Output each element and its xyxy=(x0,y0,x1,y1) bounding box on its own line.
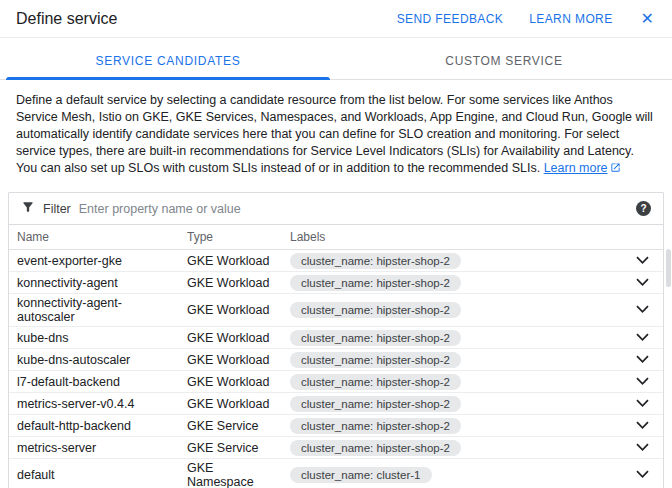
chevron-down-icon[interactable] xyxy=(632,396,653,412)
table-row[interactable]: metrics-server-v0.4.4 GKE Workload clust… xyxy=(9,393,663,415)
cell-labels: cluster_name: hipster-shop-2 xyxy=(282,349,617,371)
filter-bar[interactable]: Filter ? xyxy=(9,193,663,225)
table-row[interactable]: l7-default-backend GKE Workload cluster_… xyxy=(9,371,663,393)
cell-type: GKE Workload xyxy=(179,393,282,415)
cell-name: l7-default-backend xyxy=(9,371,179,393)
table-row[interactable]: default-http-backend GKE Service cluster… xyxy=(9,415,663,437)
candidate-table: Name Type Labels event-exporter-gke GKE … xyxy=(9,225,663,488)
cell-labels: cluster_name: hipster-shop-2 xyxy=(282,393,617,415)
label-chip: cluster_name: hipster-shop-2 xyxy=(290,253,461,269)
table-row[interactable]: kube-dns-autoscaler GKE Workload cluster… xyxy=(9,349,663,371)
cell-name: default-http-backend xyxy=(9,415,179,437)
chevron-down-icon[interactable] xyxy=(632,352,653,368)
header-actions: SEND FEEDBACK LEARN MORE ✕ xyxy=(397,9,656,29)
candidate-table-container: Filter ? Name Type Labels event-exporter… xyxy=(8,192,664,488)
cell-type: GKE Workload xyxy=(179,371,282,393)
cell-name: metrics-server xyxy=(9,437,179,459)
cell-expand xyxy=(617,371,663,393)
cell-expand xyxy=(617,415,663,437)
chevron-down-icon[interactable] xyxy=(632,440,653,456)
label-chip: cluster_name: hipster-shop-2 xyxy=(290,396,461,412)
cell-expand xyxy=(617,349,663,371)
column-header-expand xyxy=(617,225,663,250)
label-chip: cluster_name: cluster-1 xyxy=(290,467,432,483)
cell-type: GKE Workload xyxy=(179,272,282,294)
cell-labels: cluster_name: hipster-shop-2 xyxy=(282,294,617,327)
page-title: Define service xyxy=(16,10,117,28)
chevron-down-icon[interactable] xyxy=(632,275,653,291)
label-chip: cluster_name: hipster-shop-2 xyxy=(290,418,461,434)
cell-name: kube-dns xyxy=(9,327,179,349)
cell-labels: cluster_name: cluster-1 xyxy=(282,459,617,488)
label-chip: cluster_name: hipster-shop-2 xyxy=(290,352,461,368)
cell-type: GKE Service xyxy=(179,415,282,437)
cell-expand xyxy=(617,327,663,349)
cell-name: default xyxy=(9,459,179,488)
cell-labels: cluster_name: hipster-shop-2 xyxy=(282,371,617,393)
chevron-down-icon[interactable] xyxy=(632,467,653,483)
cell-labels: cluster_name: hipster-shop-2 xyxy=(282,327,617,349)
help-icon[interactable]: ? xyxy=(636,201,651,216)
learn-more-link[interactable]: Learn more xyxy=(544,161,608,175)
filter-icon xyxy=(21,200,35,217)
learn-more-button[interactable]: LEARN MORE xyxy=(529,12,612,26)
filter-label: Filter xyxy=(43,202,71,216)
table-row[interactable]: konnectivity-agent-autoscaler GKE Worklo… xyxy=(9,294,663,327)
label-chip: cluster_name: hipster-shop-2 xyxy=(290,330,461,346)
external-link-icon xyxy=(610,161,621,178)
tab-bar: SERVICE CANDIDATES CUSTOM SERVICE xyxy=(0,42,672,80)
cell-expand xyxy=(617,272,663,294)
send-feedback-button[interactable]: SEND FEEDBACK xyxy=(397,12,504,26)
cell-name: metrics-server-v0.4.4 xyxy=(9,393,179,415)
cell-name: kube-dns-autoscaler xyxy=(9,349,179,371)
chevron-down-icon[interactable] xyxy=(632,302,653,318)
column-header-name: Name xyxy=(9,225,179,250)
cell-expand xyxy=(617,294,663,327)
label-chip: cluster_name: hipster-shop-2 xyxy=(290,302,461,318)
cell-type: GKE Workload xyxy=(179,327,282,349)
scrollbar-thumb[interactable] xyxy=(666,249,671,287)
description-text: Define a default service by selecting a … xyxy=(0,80,672,188)
cell-type: GKE Namespace xyxy=(179,459,282,488)
chevron-down-icon[interactable] xyxy=(632,374,653,390)
cell-type: GKE Workload xyxy=(179,294,282,327)
close-icon[interactable]: ✕ xyxy=(639,9,656,29)
table-row[interactable]: default GKE Namespace cluster_name: clus… xyxy=(9,459,663,488)
cell-expand xyxy=(617,437,663,459)
filter-input[interactable] xyxy=(79,202,628,216)
cell-labels: cluster_name: hipster-shop-2 xyxy=(282,415,617,437)
column-header-type: Type xyxy=(179,225,282,250)
tab-service-candidates[interactable]: SERVICE CANDIDATES xyxy=(0,42,336,79)
table-row[interactable]: konnectivity-agent GKE Workload cluster_… xyxy=(9,272,663,294)
dialog-header: Define service SEND FEEDBACK LEARN MORE … xyxy=(0,0,672,37)
cell-name: konnectivity-agent xyxy=(9,272,179,294)
cell-expand xyxy=(617,250,663,272)
cell-labels: cluster_name: hipster-shop-2 xyxy=(282,272,617,294)
header-divider xyxy=(0,37,672,38)
table-row[interactable]: event-exporter-gke GKE Workload cluster_… xyxy=(9,250,663,272)
chevron-down-icon[interactable] xyxy=(632,418,653,434)
chevron-down-icon[interactable] xyxy=(632,330,653,346)
table-header-row: Name Type Labels xyxy=(9,225,663,250)
cell-type: GKE Workload xyxy=(179,349,282,371)
cell-type: GKE Service xyxy=(179,437,282,459)
table-row[interactable]: kube-dns GKE Workload cluster_name: hips… xyxy=(9,327,663,349)
label-chip: cluster_name: hipster-shop-2 xyxy=(290,275,461,291)
cell-name: konnectivity-agent-autoscaler xyxy=(9,294,179,327)
cell-type: GKE Workload xyxy=(179,250,282,272)
table-row[interactable]: metrics-server GKE Service cluster_name:… xyxy=(9,437,663,459)
cell-expand xyxy=(617,393,663,415)
label-chip: cluster_name: hipster-shop-2 xyxy=(290,374,461,390)
chevron-down-icon[interactable] xyxy=(632,253,653,269)
cell-expand xyxy=(617,459,663,488)
cell-labels: cluster_name: hipster-shop-2 xyxy=(282,250,617,272)
table-body: event-exporter-gke GKE Workload cluster_… xyxy=(9,250,663,488)
label-chip: cluster_name: hipster-shop-2 xyxy=(290,440,461,456)
cell-labels: cluster_name: hipster-shop-2 xyxy=(282,437,617,459)
column-header-labels: Labels xyxy=(282,225,617,250)
tab-custom-service[interactable]: CUSTOM SERVICE xyxy=(336,42,672,79)
cell-name: event-exporter-gke xyxy=(9,250,179,272)
